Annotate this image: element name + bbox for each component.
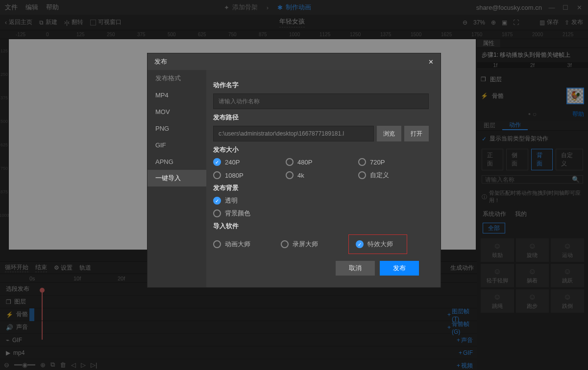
section-bg: 发布背景 xyxy=(213,184,429,192)
import-anim[interactable]: 动画大师 xyxy=(213,234,272,254)
side-mp4[interactable]: MP4 xyxy=(147,87,206,103)
radio-icon xyxy=(286,158,294,166)
radio-icon xyxy=(356,240,364,248)
dialog-title: 发布 xyxy=(154,57,167,66)
bg-transparent[interactable]: 透明 xyxy=(213,196,429,205)
cancel-button[interactable]: 取消 xyxy=(336,261,375,276)
modal-overlay: 发布 ✕ 发布格式 MP4 MOV PNG GIF APNG 一键导入 动作名字… xyxy=(0,0,588,370)
radio-icon xyxy=(213,171,221,179)
dialog-close-icon[interactable]: ✕ xyxy=(428,58,434,66)
import-rec[interactable]: 录屏大师 xyxy=(281,234,340,254)
radio-icon xyxy=(213,209,221,217)
side-mov[interactable]: MOV xyxy=(147,103,206,120)
dialog-sidebar: 发布格式 MP4 MOV PNG GIF APNG 一键导入 xyxy=(147,70,206,287)
radio-icon xyxy=(213,197,221,205)
side-header: 发布格式 xyxy=(147,70,206,87)
action-name-input[interactable] xyxy=(213,93,429,109)
radio-icon xyxy=(358,158,366,166)
section-name: 动作名字 xyxy=(213,81,429,90)
side-apng[interactable]: APNG xyxy=(147,153,206,170)
bg-color[interactable]: 背景颜色 xyxy=(213,209,429,218)
section-size: 发布大小 xyxy=(213,145,429,154)
size-720p[interactable]: 720P xyxy=(358,158,429,166)
publish-dialog: 发布 ✕ 发布格式 MP4 MOV PNG GIF APNG 一键导入 动作名字… xyxy=(147,53,441,288)
path-input[interactable] xyxy=(213,126,374,141)
radio-icon xyxy=(281,240,289,248)
section-path: 发布路径 xyxy=(213,113,429,122)
radio-icon xyxy=(358,171,366,179)
side-gif[interactable]: GIF xyxy=(147,137,206,153)
radio-icon xyxy=(213,158,221,166)
publish-confirm-button[interactable]: 发布 xyxy=(380,261,419,276)
radio-icon xyxy=(286,171,294,179)
import-fx[interactable]: 特效大师 xyxy=(348,234,407,254)
size-240p[interactable]: 240P xyxy=(213,158,284,166)
radio-icon xyxy=(213,240,221,248)
side-import[interactable]: 一键导入 xyxy=(147,170,206,186)
size-480p[interactable]: 480P xyxy=(286,158,356,166)
section-import: 导入软件 xyxy=(213,222,429,231)
side-png[interactable]: PNG xyxy=(147,120,206,137)
open-button[interactable]: 打开 xyxy=(404,126,429,141)
size-1080p[interactable]: 1080P xyxy=(213,171,284,180)
browse-button[interactable]: 浏览 xyxy=(377,126,401,141)
size-custom[interactable]: 自定义 xyxy=(358,171,429,180)
size-4k[interactable]: 4k xyxy=(286,171,356,180)
